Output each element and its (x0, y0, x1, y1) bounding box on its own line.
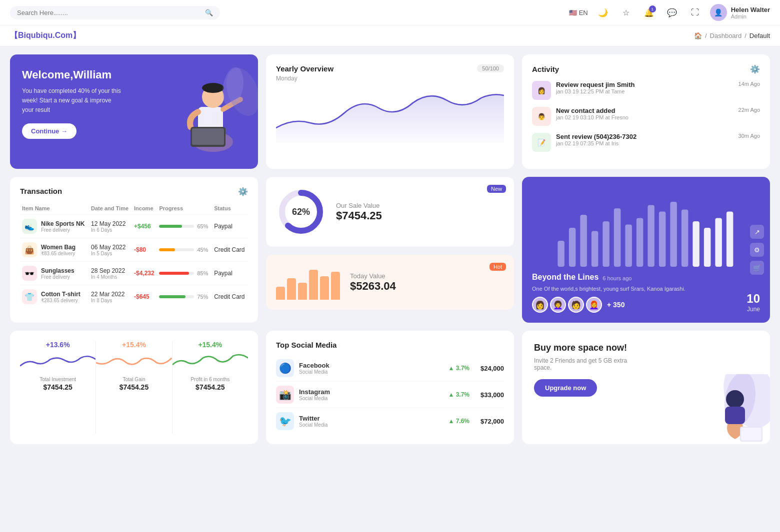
beyond-title: Beyond the Lines (532, 273, 598, 282)
svg-rect-24 (670, 202, 677, 267)
social-list: 🔵 Facebook Social Media ▲ 3.7% $24,000 📸… (276, 355, 504, 434)
breadcrumb-bar: 【Biqubiqu.Com】 🏠 / Dashboard / Default (0, 25, 780, 46)
beyond-avatar-2: 👩‍🦱 (550, 297, 566, 313)
new-badge: New (487, 185, 506, 193)
search-bar[interactable]: 🔍 (10, 6, 220, 19)
stat-item: +13.6% Total Investment $7454.25 (20, 341, 96, 434)
search-input[interactable] (17, 9, 201, 16)
buy-space-description: Invite 2 Friends and get 5 GB extra spac… (534, 357, 634, 371)
svg-rect-20 (625, 225, 632, 267)
main-content: Welcome,William You have completed 40% o… (0, 46, 780, 452)
bar (309, 270, 318, 300)
activity-header: Activity ⚙️ (532, 64, 760, 74)
svg-rect-9 (192, 128, 224, 145)
notification-bell[interactable]: 🔔 1 (641, 4, 657, 20)
donut-chart: 62% (276, 187, 326, 237)
beyond-share-icon[interactable]: ↗ (750, 225, 764, 239)
stats-card: +13.6% Total Investment $7454.25 +15.4% … (10, 331, 258, 444)
language-selector[interactable]: 🇺🇸 EN (569, 9, 588, 16)
transaction-settings-icon[interactable]: ⚙️ (238, 187, 248, 196)
social-item: 🐦 Twitter Social Media ▲ 7.6% $72,000 (276, 408, 504, 434)
svg-rect-16 (580, 215, 587, 267)
beyond-info: Beyond the Lines 6 hours ago One Of the … (532, 273, 686, 313)
bar (331, 272, 340, 300)
activity-time-1: 14m Ago (738, 81, 760, 87)
brand-logo: 【Biqubiqu.Com】 (10, 30, 80, 41)
today-value-amount: $5263.04 (350, 280, 396, 293)
dark-mode-toggle[interactable]: 🌙 (595, 4, 611, 20)
activity-title: Activity (532, 65, 559, 73)
beyond-avatar-4: 👩‍🦰 (586, 297, 602, 313)
beyond-avatar-1: 👩 (532, 297, 548, 313)
yearly-chart (276, 88, 504, 143)
activity-title-1: Review request jim Smith (556, 81, 734, 88)
svg-rect-25 (682, 210, 688, 267)
svg-point-32 (726, 390, 744, 408)
avatar: 👤 (710, 4, 727, 21)
sale-label: Our Sale Value (336, 202, 382, 209)
table-row: 🕶️ Sunglasses Free delivery 28 Sep 2022 … (20, 262, 248, 285)
activity-item-2: 👨 New contact added jan 02 19 03:10 PM a… (532, 107, 760, 126)
today-value-card: Hot Today Value $5263.04 (266, 255, 514, 310)
messages-button[interactable]: 💬 (664, 4, 680, 20)
svg-rect-27 (704, 228, 711, 267)
fullscreen-button[interactable]: ⛶ (687, 4, 703, 20)
beyond-month: June (746, 306, 760, 313)
beyond-avatar-3: 🧑 (568, 297, 584, 313)
transaction-card: Transaction ⚙️ Item Name Date and Time I… (10, 177, 258, 323)
col-status: Status (212, 202, 248, 215)
svg-rect-19 (614, 208, 621, 267)
today-bar-chart (276, 265, 340, 300)
user-profile[interactable]: 👤 Helen Walter Admin (710, 4, 770, 21)
transaction-title: Transaction (20, 187, 62, 195)
activity-sub-1: jan 03 19 12:25 PM at Tame (556, 88, 734, 94)
bookmark-button[interactable]: ☆ (618, 4, 634, 20)
transaction-table: Item Name Date and Time Income Progress … (20, 202, 248, 308)
activity-sub-3: jan 02 19 07:35 PM at Iris (556, 140, 734, 146)
social-card: Top Social Media 🔵 Facebook Social Media… (266, 331, 514, 444)
svg-rect-22 (648, 205, 654, 267)
yearly-overview-header: Yearly Overview 50/100 (276, 64, 504, 73)
today-label: Today Value (350, 272, 396, 280)
buy-space-title: Buy more space now! (534, 343, 634, 353)
sale-value-card: New 62% Our Sale Value $7454.25 (266, 177, 514, 247)
continue-button[interactable]: Continue → (22, 123, 76, 139)
svg-rect-35 (741, 428, 762, 441)
activity-text-3: Sent review (504)236-7302 jan 02 19 07:3… (556, 133, 734, 146)
activity-thumb-2: 👨 (532, 107, 551, 126)
col-progress: Progress (157, 202, 212, 215)
beyond-day: 10 (746, 292, 760, 306)
breadcrumb-dashboard[interactable]: Dashboard (710, 32, 742, 39)
activity-settings-icon[interactable]: ⚙️ (750, 64, 760, 74)
activity-text-2: New contact added jan 02 19 03:10 PM at … (556, 107, 734, 120)
svg-rect-28 (715, 218, 722, 267)
social-title: Top Social Media (276, 341, 336, 349)
beyond-settings-icon[interactable]: ⚙ (750, 243, 764, 257)
beyond-card: Beyond the Lines 6 hours ago One Of the … (522, 177, 770, 323)
svg-rect-21 (636, 218, 644, 267)
svg-rect-18 (602, 221, 610, 267)
breadcrumb-current: Default (750, 32, 770, 39)
home-icon: 🏠 (694, 32, 702, 39)
buy-space-illustration (690, 374, 770, 444)
beyond-avatars: 👩 👩‍🦱 🧑 👩‍🦰 + 350 (532, 297, 686, 313)
beyond-cart-icon[interactable]: 🛒 (750, 261, 764, 275)
lang-label: EN (579, 9, 588, 16)
table-row: 👕 Cotton T-shirt ₹283.65 delivery 22 Mar… (20, 285, 248, 309)
donut-percent: 62% (292, 207, 310, 217)
stat-item: +15.4% Profit in 6 months $7454.25 (172, 341, 248, 434)
yearly-overview-subtitle: Monday (276, 75, 504, 82)
middle-col-2: New 62% Our Sale Value $7454.25 Hot Toda… (266, 177, 514, 323)
breadcrumb: 🏠 / Dashboard / Default (694, 32, 770, 39)
social-item: 📸 Instagram Social Media ▲ 3.7% $33,000 (276, 382, 504, 408)
topnav-icons: 🇺🇸 EN 🌙 ☆ 🔔 1 💬 ⛶ 👤 Helen Walter Admin (569, 4, 770, 21)
beyond-chart (532, 187, 760, 267)
svg-rect-29 (726, 212, 734, 267)
upgrade-button[interactable]: Upgrade now (534, 379, 597, 397)
activity-item: 👩 Review request jim Smith jan 03 19 12:… (532, 81, 760, 100)
beyond-description: One Of the world,s brightest, young surf… (532, 286, 686, 292)
svg-rect-33 (725, 407, 745, 424)
activity-card: Activity ⚙️ 👩 Review request jim Smith j… (522, 54, 770, 169)
top-navigation: 🔍 🇺🇸 EN 🌙 ☆ 🔔 1 💬 ⛶ 👤 Helen Walter Admin (0, 0, 780, 25)
user-role: Admin (731, 13, 770, 19)
